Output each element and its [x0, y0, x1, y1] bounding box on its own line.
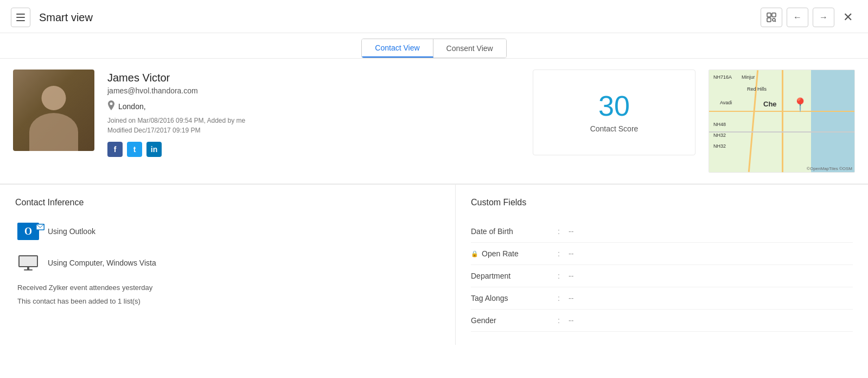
bottom-section: Contact Inference O Using Outlook	[0, 184, 868, 345]
hamburger-line-2	[16, 17, 25, 18]
header-left: Smart view	[11, 8, 93, 27]
field-row-openrate: 🔒 Open Rate : --	[471, 243, 853, 265]
map-container: NH716A Minjur Red Hills Avadi Che NH48 N…	[709, 70, 855, 173]
field-row-tagalongs: Tag Alongs : --	[471, 287, 853, 310]
field-row-dob: Date of Birth : --	[471, 220, 853, 243]
tab-contact-view[interactable]: Contact View	[362, 39, 433, 58]
hamburger-line-1	[16, 14, 25, 15]
facebook-icon[interactable]: f	[107, 142, 123, 157]
close-button[interactable]: ✕	[839, 8, 857, 27]
computer-icon-wrapper	[18, 255, 38, 270]
tabs-container: Contact View Consent View	[361, 39, 506, 58]
monitor-base	[24, 269, 33, 270]
field-label-openrate: 🔒 Open Rate	[471, 249, 558, 258]
field-colon-openrate: :	[558, 249, 569, 258]
custom-fields-panel: Custom Fields Date of Birth : -- 🔒 Open …	[456, 185, 868, 345]
location-text: London,	[118, 102, 146, 111]
map-label-nh716a: NH716A	[713, 74, 732, 80]
field-label-dob: Date of Birth	[471, 227, 558, 236]
hamburger-line-3	[16, 20, 25, 21]
back-button[interactable]: ←	[787, 8, 808, 27]
svg-rect-0	[767, 13, 771, 17]
field-colon-dob: :	[558, 227, 569, 236]
map-label-nh48: NH48	[713, 122, 726, 127]
outlook-icon-wrapper: O	[17, 223, 39, 240]
field-label-department: Department	[471, 272, 558, 280]
field-row-department: Department : --	[471, 265, 853, 287]
contact-header: James Victor james@hvol.thandora.com Lon…	[0, 59, 868, 184]
map-road-1	[748, 70, 758, 172]
contact-joined: Joined on Mar/08/2016 09:54 PM, Added by…	[107, 117, 520, 124]
outlook-text: Using Outlook	[48, 227, 95, 236]
score-label: Contact Score	[590, 124, 639, 133]
field-label-gender: Gender	[471, 316, 558, 325]
social-icons: f t in	[107, 142, 520, 157]
inference-item-outlook: O Using Outlook	[15, 220, 440, 242]
map-label-chennai: Che	[763, 100, 777, 108]
outlook-letter: O	[24, 226, 32, 237]
header: Smart view ← → ✕	[0, 0, 868, 33]
contact-modified: Modified Dec/17/2017 09:19 PM	[107, 127, 520, 134]
forward-icon: →	[819, 12, 828, 22]
field-colon-department: :	[558, 272, 569, 280]
field-value-openrate: --	[569, 249, 573, 258]
settings-view-button[interactable]	[761, 8, 782, 27]
back-icon: ←	[793, 12, 802, 22]
svg-rect-1	[772, 13, 776, 17]
inference-panel: Contact Inference O Using Outlook	[0, 185, 456, 345]
forward-button[interactable]: →	[813, 8, 834, 27]
svg-line-4	[775, 21, 776, 22]
lock-icon: 🔒	[471, 250, 478, 257]
settings-view-icon	[767, 12, 776, 22]
twitter-icon[interactable]: t	[127, 142, 142, 157]
hamburger-button[interactable]	[11, 8, 30, 27]
score-number: 30	[598, 92, 630, 120]
field-value-department: --	[569, 272, 573, 280]
outlook-icon-container: O	[15, 220, 41, 242]
close-icon: ✕	[843, 10, 853, 24]
map-label-nh32b: NH32	[713, 143, 726, 149]
linkedin-icon[interactable]: in	[146, 142, 162, 157]
contact-info: James Victor james@hvol.thandora.com Lon…	[107, 70, 520, 157]
app-title: Smart view	[39, 11, 93, 24]
map-label-nh32: NH32	[713, 133, 726, 138]
custom-fields-title: Custom Fields	[471, 198, 853, 207]
score-card: 30 Contact Score	[533, 70, 695, 155]
field-row-gender: Gender : --	[471, 310, 853, 332]
map-road-4	[709, 131, 854, 133]
contact-name: James Victor	[107, 72, 520, 84]
map-background: NH716A Minjur Red Hills Avadi Che NH48 N…	[709, 70, 854, 172]
envelope-svg	[36, 224, 44, 230]
inference-item-computer: Using Computer, Windows Vista	[15, 252, 440, 274]
map-pin: 📍	[792, 97, 808, 112]
inference-note-1: Received Zylker event attendees yesterda…	[15, 284, 440, 292]
contact-email: james@hvol.thandora.com	[107, 86, 520, 95]
map-label-redhills: Red Hills	[747, 86, 767, 92]
field-value-gender: --	[569, 316, 573, 325]
map-road-2	[782, 70, 783, 172]
field-colon-tagalongs: :	[558, 294, 569, 303]
svg-point-3	[773, 18, 775, 21]
svg-rect-2	[767, 18, 771, 22]
outlook-envelope	[36, 224, 44, 230]
map-label-minjur: Minjur	[742, 74, 755, 80]
location-icon	[107, 100, 115, 112]
inference-title: Contact Inference	[15, 198, 440, 207]
field-label-tagalongs: Tag Alongs	[471, 294, 558, 303]
tab-consent-view[interactable]: Consent View	[433, 39, 506, 58]
inference-note-2: This contact has been added to 1 list(s)	[15, 297, 440, 305]
map-label-avadi: Avadi	[720, 100, 732, 105]
tabs-row: Contact View Consent View	[0, 33, 868, 59]
computer-icon-container	[15, 252, 41, 274]
contact-location: London,	[107, 100, 520, 112]
avatar	[13, 70, 94, 151]
map-copyright: ©OpenMapTiles ©OSM	[807, 166, 852, 171]
map-road-3	[709, 111, 854, 112]
computer-text: Using Computer, Windows Vista	[48, 259, 156, 267]
monitor-screen	[18, 255, 38, 267]
field-colon-gender: :	[558, 316, 569, 325]
header-right: ← → ✕	[761, 8, 857, 27]
map-water	[811, 70, 854, 172]
field-value-dob: --	[569, 227, 573, 236]
field-value-tagalongs: --	[569, 294, 573, 303]
